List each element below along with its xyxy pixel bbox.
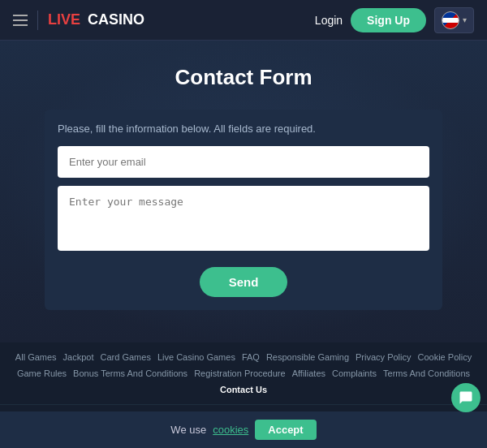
- nav-faq[interactable]: FAQ: [242, 351, 260, 364]
- language-selector[interactable]: ▾: [434, 7, 474, 33]
- nav-responsible-gaming[interactable]: Responsible Gaming: [266, 351, 349, 364]
- nav-terms-conditions[interactable]: Terms And Conditions: [383, 367, 470, 380]
- cookie-link[interactable]: cookies: [213, 424, 248, 436]
- login-button[interactable]: Login: [315, 14, 343, 27]
- site-logo: LIVE CASINO: [48, 11, 144, 28]
- footer-nav: All Games Jackpot Card Games Live Casino…: [0, 342, 487, 404]
- cookie-text: We use: [170, 424, 206, 436]
- nav-live-casino-games[interactable]: Live Casino Games: [157, 351, 235, 364]
- nav-bonus-terms[interactable]: Bonus Terms And Conditions: [73, 367, 187, 380]
- nav-cookie-policy[interactable]: Cookie Policy: [418, 351, 472, 364]
- nav-card-games[interactable]: Card Games: [101, 351, 151, 364]
- live-chat-button[interactable]: [451, 383, 481, 412]
- accept-cookies-button[interactable]: Accept: [255, 420, 316, 440]
- message-field[interactable]: [58, 186, 429, 251]
- header-divider: [37, 11, 38, 30]
- logo-casino-text: CASINO: [88, 11, 144, 28]
- form-container: Please, fill the information below. All …: [45, 110, 442, 310]
- nav-jackpot[interactable]: Jackpot: [63, 351, 94, 364]
- footer-nav-row-1: All Games Jackpot Card Games Live Casino…: [10, 351, 477, 364]
- nav-affiliates[interactable]: Affiliates: [292, 367, 325, 380]
- header-left: LIVE CASINO: [13, 11, 144, 30]
- nav-contact-us[interactable]: Contact Us: [220, 383, 267, 396]
- header-right: Login Sign Up ▾: [315, 7, 474, 33]
- hamburger-menu-button[interactable]: [13, 15, 28, 26]
- signup-button[interactable]: Sign Up: [351, 8, 426, 32]
- nav-registration-procedure[interactable]: Registration Procedure: [194, 367, 286, 380]
- chevron-down-icon: ▾: [463, 15, 467, 24]
- logo-live-text: LIVE: [48, 11, 80, 28]
- nav-privacy-policy[interactable]: Privacy Policy: [356, 351, 411, 364]
- nav-all-games[interactable]: All Games: [15, 351, 57, 364]
- contact-form-section: Contact Form Please, fill the informatio…: [0, 41, 487, 342]
- nav-game-rules[interactable]: Game Rules: [17, 367, 67, 380]
- send-button[interactable]: Send: [200, 267, 288, 297]
- cookie-banner: We use cookies Accept: [0, 411, 487, 448]
- form-info-text: Please, fill the information below. All …: [58, 123, 429, 135]
- nav-complaints[interactable]: Complaints: [332, 367, 377, 380]
- header: LIVE CASINO Login Sign Up ▾: [0, 0, 487, 41]
- flag-icon: [442, 11, 459, 29]
- page-title: Contact Form: [13, 65, 474, 90]
- chat-icon: [459, 390, 473, 405]
- email-field[interactable]: [58, 146, 429, 178]
- footer-nav-row-2: Game Rules Bonus Terms And Conditions Re…: [10, 367, 477, 396]
